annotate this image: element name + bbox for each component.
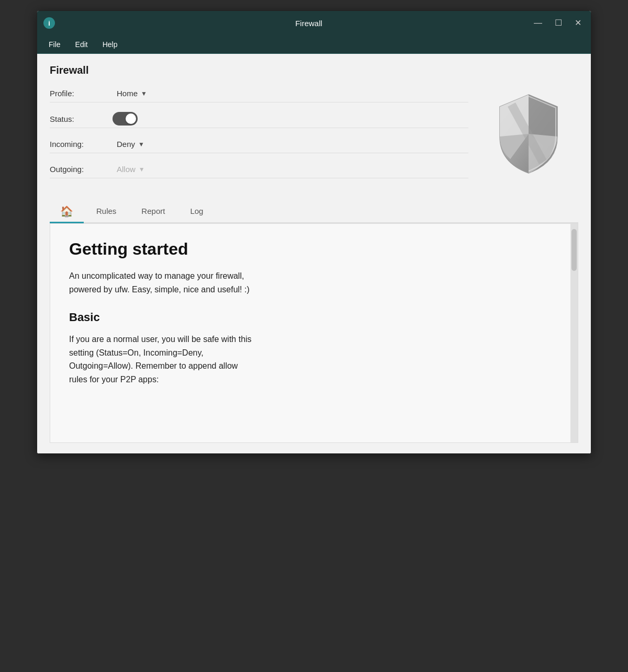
titlebar-left: i (43, 17, 75, 29)
shield-container (479, 87, 578, 181)
app-title: Firewall (50, 64, 578, 76)
incoming-dropdown[interactable]: Deny ▼ (113, 138, 175, 151)
basic-title: Basic (69, 311, 559, 324)
profile-dropdown[interactable]: Home ▼ (113, 87, 175, 100)
app-window: i Firewall — ☐ ✕ File Edit Help Firewall… (37, 10, 591, 454)
outgoing-row: Outgoing: Allow ▼ (50, 163, 468, 178)
tab-home[interactable]: 🏠 (50, 201, 84, 223)
menu-file[interactable]: File (41, 37, 68, 52)
settings-area: Profile: Home ▼ Status: (50, 87, 578, 188)
scrollbar[interactable] (570, 224, 578, 442)
tabs-area: 🏠 Rules Report Log (50, 200, 578, 223)
outgoing-label: Outgoing: (50, 165, 113, 174)
close-button[interactable]: ✕ (571, 18, 585, 28)
profile-value: Home (117, 89, 138, 98)
incoming-label: Incoming: (50, 140, 113, 149)
basic-desc: If you are a normal user, you will be sa… (69, 333, 559, 386)
getting-started-title: Getting started (69, 240, 559, 259)
outgoing-dropdown[interactable]: Allow ▼ (113, 163, 175, 176)
status-row: Status: (50, 112, 468, 128)
status-label: Status: (50, 115, 113, 123)
status-toggle-container (113, 112, 138, 126)
outgoing-chevron-icon: ▼ (139, 166, 145, 173)
profile-row: Profile: Home ▼ (50, 87, 468, 102)
menu-help[interactable]: Help (95, 37, 125, 52)
main-content: Firewall Profile: Home ▼ Status: (37, 54, 591, 453)
toggle-knob (126, 113, 136, 124)
tab-rules[interactable]: Rules (84, 200, 129, 223)
getting-started-desc: An uncomplicated way to manage your fire… (69, 269, 559, 296)
shield-icon (495, 92, 563, 176)
scrollbar-thumb[interactable] (571, 229, 577, 271)
incoming-chevron-icon: ▼ (138, 141, 144, 148)
settings-form: Profile: Home ▼ Status: (50, 87, 468, 188)
maximize-button[interactable]: ☐ (552, 18, 565, 28)
incoming-value: Deny (117, 140, 135, 149)
titlebar: i Firewall — ☐ ✕ (37, 11, 591, 35)
window-title: Firewall (75, 19, 543, 28)
info-icon: i (43, 17, 55, 29)
menubar: File Edit Help (37, 35, 591, 54)
minimize-button[interactable]: — (531, 18, 545, 28)
outgoing-value: Allow (117, 165, 136, 174)
profile-chevron-icon: ▼ (141, 90, 147, 97)
menu-edit[interactable]: Edit (68, 37, 95, 52)
status-toggle[interactable] (113, 112, 138, 126)
content-area: Getting started An uncomplicated way to … (50, 223, 578, 443)
window-controls: — ☐ ✕ (543, 18, 585, 28)
tab-report[interactable]: Report (129, 200, 177, 223)
profile-label: Profile: (50, 89, 113, 98)
incoming-row: Incoming: Deny ▼ (50, 138, 468, 153)
tab-log[interactable]: Log (177, 200, 216, 223)
